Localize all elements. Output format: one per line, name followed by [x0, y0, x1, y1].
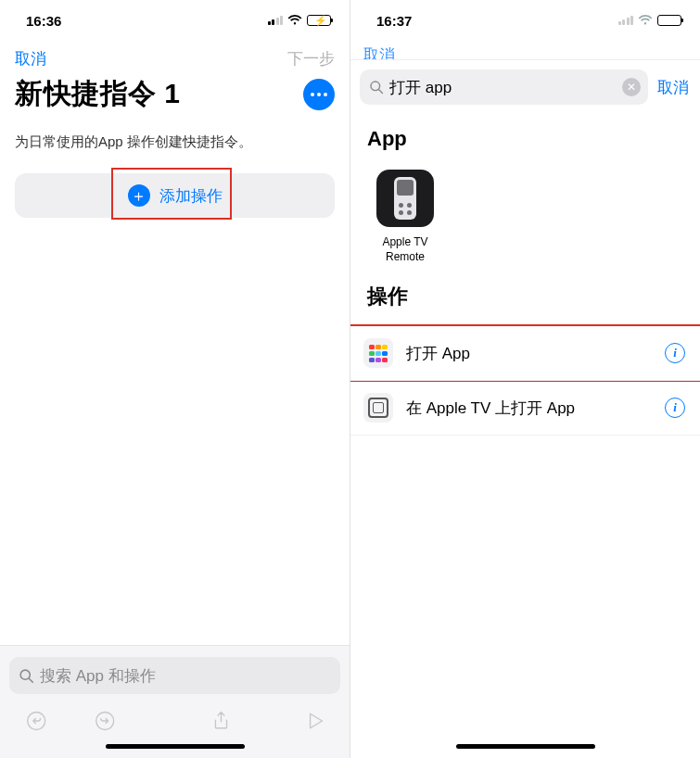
status-bar: 16:37 [350, 0, 700, 41]
battery-icon [657, 15, 681, 26]
search-input[interactable] [389, 78, 617, 96]
share-icon[interactable] [212, 709, 230, 733]
status-indicators: ⚡ [268, 15, 332, 26]
add-action-container: ＋ 添加操作 [0, 151, 350, 218]
svg-point-0 [20, 670, 30, 679]
next-button[interactable]: 下一步 [287, 48, 335, 69]
wifi-icon [287, 15, 302, 26]
subtitle: 为日常使用的App 操作创建快捷指令。 [0, 113, 350, 151]
navbar: 取消 下一步 [0, 41, 350, 69]
search-placeholder: 搜索 App 和操作 [40, 665, 156, 687]
screen-shortcut-editor: 16:36 ⚡ 取消 下一步 新快捷指令 1 为日常使用的App 操作创建快捷指… [0, 0, 350, 758]
search-row: ✕ 取消 [350, 60, 700, 114]
undo-icon[interactable] [26, 709, 46, 733]
status-indicators [618, 15, 682, 26]
play-icon[interactable] [308, 711, 324, 731]
search-icon [19, 668, 34, 684]
cellular-icon [618, 16, 634, 25]
bottom-sheet: 搜索 App 和操作 [0, 645, 350, 758]
cancel-button[interactable]: 取消 [657, 77, 689, 98]
battery-icon: ⚡ [307, 15, 331, 26]
svg-point-4 [371, 82, 380, 91]
status-time: 16:37 [376, 13, 412, 29]
home-indicator [456, 744, 595, 749]
status-time: 16:36 [26, 13, 61, 29]
toolbar [9, 694, 340, 737]
add-action-button[interactable]: ＋ 添加操作 [15, 173, 335, 218]
app-tile-label: Apple TV Remote [367, 234, 443, 264]
page-title: 新快捷指令 1 [15, 75, 181, 113]
clear-icon[interactable]: ✕ [622, 78, 641, 96]
tv-icon [363, 393, 393, 423]
wifi-icon [638, 15, 653, 26]
more-button[interactable] [303, 79, 335, 110]
cellular-icon [268, 16, 284, 25]
section-app-title: App [350, 114, 700, 157]
svg-line-5 [379, 90, 383, 94]
action-open-app[interactable]: 打开 App i [350, 325, 700, 380]
search-input[interactable]: 搜索 App 和操作 [9, 657, 340, 694]
annotation-highlight [350, 324, 700, 382]
app-tile-apple-tv-remote[interactable]: Apple TV Remote [350, 157, 443, 270]
screen-search-actions: 16:37 取消 ✕ 取消 App Apple TV Remote 操作 [350, 0, 700, 758]
grid-icon [363, 338, 393, 368]
svg-line-1 [29, 678, 32, 682]
action-list: 打开 App i 在 Apple TV 上打开 App i [350, 316, 700, 436]
search-field[interactable]: ✕ [360, 69, 648, 105]
cancel-button[interactable]: 取消 [15, 48, 46, 69]
action-label: 在 Apple TV 上打开 App [406, 398, 652, 419]
app-icon [376, 170, 434, 227]
status-bar: 16:36 ⚡ [0, 0, 350, 41]
search-overlay: ✕ 取消 App Apple TV Remote 操作 打开 App [350, 59, 700, 758]
annotation-highlight [111, 168, 232, 220]
home-indicator [106, 744, 245, 749]
redo-icon[interactable] [95, 709, 115, 733]
action-open-app-on-apple-tv[interactable]: 在 Apple TV 上打开 App i [350, 380, 700, 436]
title-row: 新快捷指令 1 [0, 69, 350, 113]
search-icon [369, 80, 384, 95]
section-actions-title: 操作 [350, 270, 700, 316]
info-icon[interactable]: i [665, 398, 685, 418]
